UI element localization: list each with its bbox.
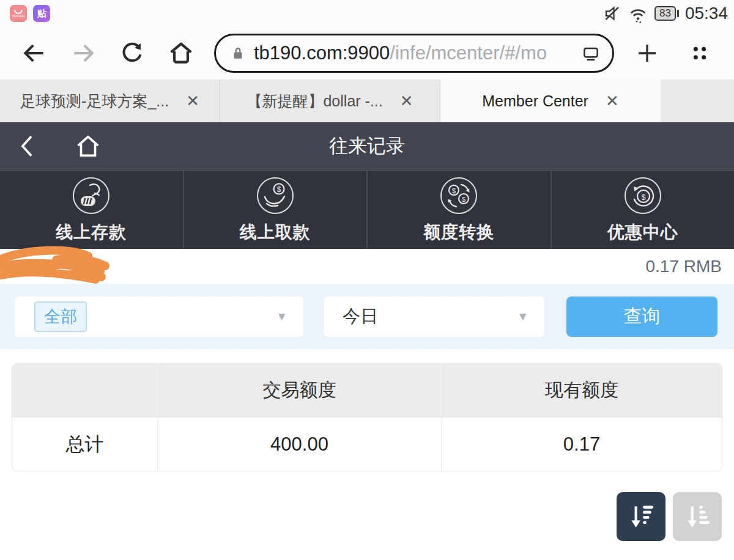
nav-label: 优惠中心 bbox=[607, 221, 678, 244]
tab-football-predict[interactable]: 足球预测-足球方案_... ✕ bbox=[0, 79, 220, 122]
hand-coin-withdraw-icon: $ bbox=[256, 176, 295, 215]
new-tab-button[interactable] bbox=[630, 36, 664, 70]
wifi-icon bbox=[628, 4, 648, 23]
forward-button[interactable] bbox=[66, 36, 100, 70]
back-chevron-icon[interactable] bbox=[18, 134, 35, 158]
date-filter-dropdown[interactable]: 今日 ▼ bbox=[324, 297, 544, 337]
header-current-amount: 现有额度 bbox=[442, 364, 722, 417]
tab-strip: 足球预测-足球方案_... ✕ 【新提醒】dollar -... ✕ Membe… bbox=[0, 79, 734, 122]
url-path: /infe/mcenter/#/mo bbox=[390, 42, 547, 64]
desktop-mode-icon[interactable] bbox=[580, 44, 601, 62]
coins-swap-icon: $ $ bbox=[439, 176, 478, 215]
clock-text: 05:34 bbox=[685, 4, 728, 23]
status-indicators: 83 05:34 bbox=[603, 4, 728, 23]
battery-icon: 83 bbox=[654, 6, 679, 21]
url-host: tb190.com:9900 bbox=[254, 42, 390, 64]
battery-percent: 83 bbox=[654, 6, 676, 21]
tab-title: 【新提醒】dollar -... bbox=[247, 91, 382, 111]
quick-nav-row: 线上存款 $ 线上取款 $ $ 额 bbox=[0, 170, 734, 249]
page-header: 往来记录 bbox=[0, 122, 734, 170]
redaction-scribble bbox=[0, 245, 120, 287]
summary-table: 交易额度 现有额度 总计 400.00 0.17 bbox=[12, 364, 722, 471]
tab-new-alert-dollar[interactable]: 【新提醒】dollar -... ✕ bbox=[220, 79, 440, 122]
nav-item-credit-transfer[interactable]: $ $ 额度转换 bbox=[366, 171, 550, 249]
tieba-icon: 贴 bbox=[33, 5, 50, 22]
nav-item-promo-center[interactable]: $ 优惠中心 bbox=[550, 171, 734, 249]
sort-descending-button[interactable] bbox=[617, 492, 665, 541]
header-transaction-amount: 交易额度 bbox=[158, 364, 442, 417]
huawei-appstore-icon: HUAWEI bbox=[10, 5, 27, 22]
nav-label: 额度转换 bbox=[423, 221, 494, 244]
sort-ascending-icon bbox=[683, 503, 711, 531]
tab-strip-filler bbox=[661, 79, 734, 122]
account-row: 0.17 RMB bbox=[0, 249, 734, 284]
tab-member-center[interactable]: Member Center ✕ bbox=[440, 79, 661, 122]
home-button[interactable] bbox=[164, 36, 198, 70]
nav-label: 线上存款 bbox=[56, 221, 127, 244]
sort-descending-icon bbox=[627, 503, 655, 531]
coin-cycle-promo-icon: $ bbox=[623, 176, 662, 215]
toolbar-right-icons bbox=[630, 36, 717, 70]
back-button[interactable] bbox=[17, 36, 51, 70]
home-icon[interactable] bbox=[73, 132, 103, 160]
type-filter-dropdown[interactable]: 全部 ▼ bbox=[15, 297, 303, 337]
tieba-label: 贴 bbox=[37, 8, 46, 20]
tab-title: Member Center bbox=[482, 92, 588, 110]
status-bar: HUAWEI 贴 83 05:34 bbox=[0, 0, 734, 27]
nav-item-online-withdraw[interactable]: $ 线上取款 bbox=[183, 171, 367, 249]
query-button[interactable]: 查询 bbox=[566, 297, 717, 337]
chevron-down-icon: ▼ bbox=[517, 310, 528, 323]
chevron-down-icon: ▼ bbox=[276, 310, 287, 323]
nav-item-online-deposit[interactable]: 线上存款 bbox=[0, 171, 183, 249]
huawei-appstore-label: HUAWEI bbox=[12, 14, 25, 18]
refresh-button[interactable] bbox=[115, 36, 149, 70]
hand-cash-deposit-icon bbox=[72, 176, 111, 215]
main-content: 交易额度 现有额度 总计 400.00 0.17 bbox=[0, 349, 734, 560]
tab-title: 足球预测-足球方案_... bbox=[20, 91, 169, 111]
current-amount-cell: 0.17 bbox=[442, 417, 722, 471]
nav-label: 线上取款 bbox=[240, 221, 311, 244]
close-icon[interactable]: ✕ bbox=[606, 92, 619, 111]
table-header-row: 交易额度 现有额度 bbox=[12, 364, 722, 417]
url-text[interactable]: tb190.com:9900/infe/mcenter/#/mo bbox=[254, 42, 580, 64]
tab-switcher-button[interactable] bbox=[683, 36, 717, 70]
transaction-amount-cell: 400.00 bbox=[158, 417, 442, 471]
sort-buttons bbox=[0, 471, 734, 541]
date-filter-selected: 今日 bbox=[343, 304, 378, 329]
total-label-cell: 总计 bbox=[12, 417, 158, 471]
huawei-smile-glyph bbox=[14, 10, 23, 14]
header-empty bbox=[12, 364, 158, 417]
table-row-total: 总计 400.00 0.17 bbox=[12, 417, 722, 471]
filter-bar: 全部 ▼ 今日 ▼ 查询 bbox=[0, 284, 734, 349]
page-title: 往来记录 bbox=[0, 133, 734, 159]
svg-text:$: $ bbox=[276, 185, 281, 194]
close-icon[interactable]: ✕ bbox=[400, 92, 413, 111]
svg-text:$: $ bbox=[452, 186, 456, 194]
svg-text:$: $ bbox=[462, 195, 465, 202]
close-icon[interactable]: ✕ bbox=[186, 92, 199, 111]
mute-icon bbox=[603, 4, 621, 23]
url-bar[interactable]: tb190.com:9900/infe/mcenter/#/mo bbox=[214, 34, 614, 73]
browser-toolbar: tb190.com:9900/infe/mcenter/#/mo bbox=[0, 27, 734, 79]
svg-text:$: $ bbox=[641, 192, 646, 201]
type-filter-selected-chip[interactable]: 全部 bbox=[34, 301, 87, 332]
device-screen: HUAWEI 贴 83 05:34 bbox=[0, 0, 734, 560]
sort-ascending-button[interactable] bbox=[673, 492, 722, 541]
balance-text: 0.17 RMB bbox=[646, 257, 722, 276]
lock-icon bbox=[229, 44, 247, 62]
status-app-icons: HUAWEI 贴 bbox=[10, 5, 50, 22]
battery-cap bbox=[677, 10, 679, 17]
